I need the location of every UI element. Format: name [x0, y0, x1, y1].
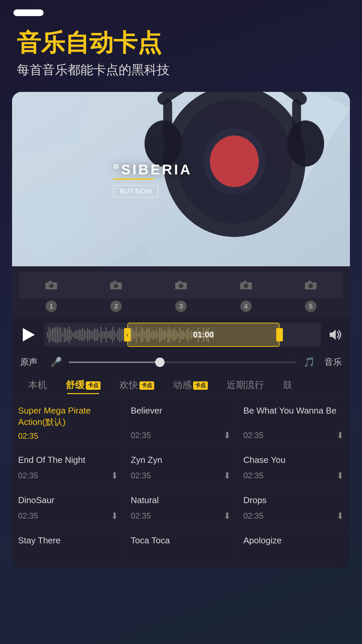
song-time: 02:35 [131, 511, 151, 521]
background-svg [12, 92, 350, 266]
song-cell[interactable]: Natural 02:35 ⬇ [125, 488, 237, 528]
song-cell[interactable]: End Of The Night 02:35 ⬇ [12, 448, 125, 488]
kd-badge: 卡点 [139, 381, 154, 390]
waveform-container[interactable]: ‹01:00 [44, 323, 321, 347]
tab-舒缓[interactable]: 舒缓卡点 [56, 375, 110, 395]
film-slot-1[interactable]: 1 [19, 272, 84, 312]
svg-point-20 [115, 284, 118, 288]
tab-label: 近期流行 [227, 380, 264, 390]
camera-icon [175, 280, 187, 290]
svg-rect-17 [49, 281, 52, 283]
song-cell[interactable]: Chase You 02:35 ⬇ [237, 448, 350, 488]
selection-right-handle[interactable] [276, 328, 283, 341]
film-slot-2[interactable]: 2 [84, 272, 149, 312]
buy-now-button[interactable]: BUY NOW [113, 185, 158, 198]
brand-text: °SIBERIA [113, 162, 192, 178]
song-footer: 02:35 ⬇ [243, 511, 344, 521]
slider-track[interactable] [69, 362, 297, 363]
film-slot-3[interactable]: 3 [148, 272, 214, 312]
music-note-icon: 🎵 [303, 357, 315, 368]
tab-label: 鼓 [283, 380, 292, 390]
status-pill [13, 9, 44, 16]
tab-本机[interactable]: 本机 [19, 375, 56, 395]
song-cell[interactable]: Drops 02:35 ⬇ [237, 488, 350, 528]
song-footer: 02:35 ⬇ [18, 471, 118, 481]
song-footer: 02:35 ⬇ [131, 471, 231, 481]
camera-icon [304, 280, 317, 290]
download-icon[interactable]: ⬇ [224, 471, 231, 481]
selection-left-handle[interactable]: ‹ [124, 328, 131, 341]
tab-label: 欢快 [119, 380, 138, 390]
kd-badge: 卡点 [86, 381, 101, 390]
waveform-section: ‹01:00 [12, 317, 350, 352]
download-icon[interactable]: ⬇ [337, 430, 344, 441]
volume-icon-svg [327, 327, 343, 342]
song-name: Stay There [18, 535, 118, 546]
video-preview[interactable]: °SIBERIA BUY NOW [12, 92, 350, 266]
song-cell[interactable]: Apologize [237, 528, 350, 569]
status-bar [0, 0, 362, 19]
song-name: Believer [131, 405, 231, 417]
tab-近期流行[interactable]: 近期流行 [217, 375, 274, 395]
film-thumb [214, 272, 279, 299]
svg-point-24 [179, 284, 183, 288]
tab-label: 本机 [28, 380, 47, 390]
song-grid: Super Mega Pirate Action(默认) 02:35 Belie… [12, 398, 350, 569]
song-footer: 02:35 ⬇ [243, 430, 344, 441]
main-card: °SIBERIA BUY NOW 1 [12, 92, 350, 569]
song-cell[interactable]: Toca Toca [125, 528, 237, 569]
song-footer: 02:35 ⬇ [131, 430, 231, 441]
camera-icon [110, 280, 122, 290]
song-name: Super Mega Pirate Action(默认) [18, 405, 118, 428]
download-icon[interactable]: ⬇ [337, 511, 344, 521]
film-thumb [148, 272, 214, 299]
download-icon[interactable]: ⬇ [111, 511, 118, 521]
song-name: Be What You Wanna Be [243, 405, 344, 417]
download-icon[interactable]: ⬇ [224, 511, 231, 521]
play-button[interactable] [19, 325, 39, 345]
film-thumb [19, 272, 84, 299]
film-number: 5 [305, 301, 316, 312]
song-time: 02:35 [18, 471, 38, 480]
download-icon[interactable]: ⬇ [224, 430, 231, 441]
film-number: 2 [110, 301, 122, 312]
song-time: 02:35 [18, 431, 38, 441]
download-icon[interactable]: ⬇ [337, 471, 344, 481]
song-time: 02:35 [243, 471, 263, 480]
volume-button[interactable] [326, 326, 343, 343]
svg-rect-29 [243, 281, 247, 283]
tab-动感[interactable]: 动感卡点 [164, 375, 217, 395]
song-name: Chase You [243, 454, 344, 466]
svg-point-32 [309, 284, 312, 288]
song-cell[interactable]: Stay There [12, 528, 125, 569]
film-number: 1 [46, 301, 57, 312]
song-cell[interactable]: Be What You Wanna Be 02:35 ⬇ [237, 398, 350, 448]
song-cell[interactable]: Zyn Zyn 02:35 ⬇ [125, 448, 237, 488]
song-cell[interactable]: Believer 02:35 ⬇ [125, 398, 237, 448]
film-slot-4[interactable]: 4 [214, 272, 279, 312]
song-cell[interactable]: DinoSaur 02:35 ⬇ [12, 488, 125, 528]
svg-point-9 [210, 136, 259, 187]
camera-icon [240, 280, 252, 290]
song-name: Apologize [243, 535, 344, 546]
song-footer: 02:35 ⬇ [131, 511, 231, 521]
kd-badge: 卡点 [193, 381, 208, 390]
tab-欢快[interactable]: 欢快卡点 [110, 375, 164, 395]
svg-rect-33 [308, 281, 311, 283]
svg-point-13 [287, 120, 324, 167]
page-subtitle: 每首音乐都能卡点的黑科技 [17, 61, 345, 78]
song-cell[interactable]: Super Mega Pirate Action(默认) 02:35 [12, 398, 125, 448]
song-name: DinoSaur [18, 495, 118, 506]
vocal-slider-section: 原声 🎤 🎵 音乐 [12, 352, 350, 372]
tab-鼓[interactable]: 鼓 [274, 375, 302, 395]
tab-label: 舒缓 [66, 380, 84, 390]
svg-rect-21 [113, 281, 117, 283]
song-time: 02:35 [131, 431, 151, 440]
song-time: 02:35 [243, 511, 263, 521]
header: 音乐自动卡点 每首音乐都能卡点的黑科技 [0, 19, 362, 92]
camera-icon [45, 280, 58, 290]
film-slot-5[interactable]: 5 [278, 272, 343, 312]
waveform-selection[interactable]: ‹01:00 [127, 323, 280, 347]
download-icon[interactable]: ⬇ [111, 471, 118, 481]
filmstrip: 1 2 3 [12, 266, 350, 317]
